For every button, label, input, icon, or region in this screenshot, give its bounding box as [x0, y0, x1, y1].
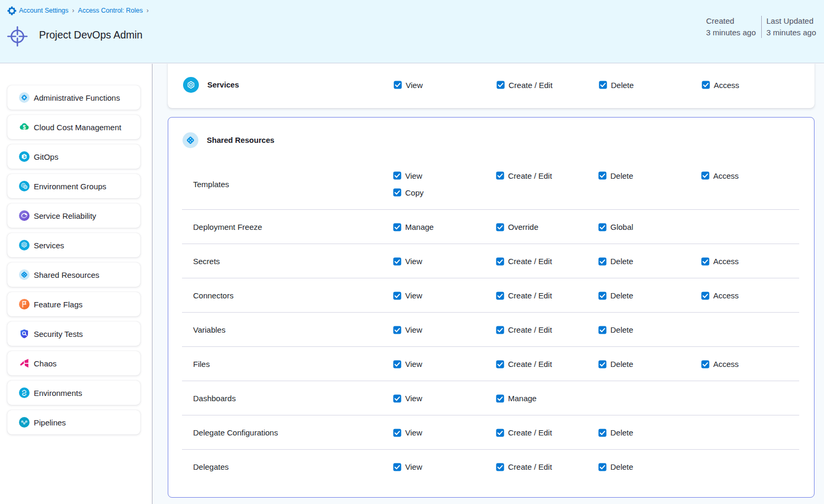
svg-text:$: $ [23, 124, 26, 130]
